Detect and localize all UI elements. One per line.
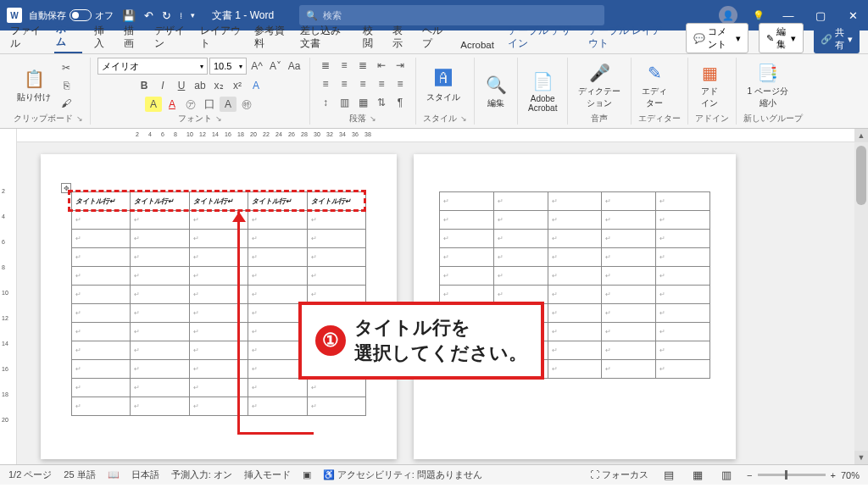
insert-mode[interactable]: 挿入モード	[244, 469, 291, 481]
acrobat-button[interactable]: 📄Adobe Acrobat	[525, 69, 560, 114]
scroll-up-icon[interactable]: ▲	[854, 129, 868, 142]
tab-file[interactable]: ファイル	[8, 21, 44, 53]
launcher-icon[interactable]: ↘	[460, 114, 467, 123]
justify-icon[interactable]: ≡	[373, 76, 390, 92]
launcher-icon[interactable]: ↘	[76, 114, 83, 123]
change-case-icon[interactable]: Aa	[286, 58, 303, 74]
undo-icon[interactable]: ↶	[144, 9, 153, 22]
scroll-track[interactable]	[854, 142, 868, 451]
phonetic-icon[interactable]: ㋐	[182, 97, 199, 112]
zoom-slider[interactable]	[758, 474, 826, 476]
shrink-page-button[interactable]: 📑1 ページ分 縮小	[743, 60, 791, 111]
horizontal-ruler[interactable]: 2468101214161820222426283032343638	[17, 129, 854, 142]
styles-button[interactable]: 🅰スタイル	[423, 66, 464, 105]
language-indicator[interactable]: 日本語	[131, 469, 159, 481]
superscript-icon[interactable]: x²	[229, 78, 246, 93]
accessibility-status[interactable]: ♿ アクセシビリティ: 問題ありません	[323, 469, 482, 481]
word-count[interactable]: 25 単語	[64, 469, 95, 481]
bullets-icon[interactable]: ≣	[317, 58, 334, 73]
tab-help[interactable]: ヘルプ	[420, 21, 448, 53]
paste-button[interactable]: 📋貼り付け	[14, 66, 54, 105]
help-icon[interactable]: 💡	[753, 10, 765, 21]
tab-design[interactable]: デザイン	[153, 21, 188, 53]
spell-check-icon[interactable]: 📖	[108, 469, 120, 480]
scroll-thumb[interactable]	[856, 146, 866, 205]
launcher-icon[interactable]: ↘	[215, 114, 222, 123]
tab-acrobat[interactable]: Acrobat	[459, 36, 496, 53]
comments-button[interactable]: 💬 コメント ▾	[686, 23, 748, 53]
cut-icon[interactable]: ✂	[58, 60, 75, 75]
editor-button[interactable]: ✎エディ ター	[638, 60, 670, 111]
read-mode-icon[interactable]: ▦	[689, 469, 706, 481]
italic-icon[interactable]: I	[154, 78, 171, 93]
zoom-value[interactable]: 70%	[841, 470, 860, 480]
shading-icon[interactable]: ▥	[336, 95, 353, 110]
print-layout-icon[interactable]: ▤	[660, 469, 677, 481]
sort-icon[interactable]: ⇅	[373, 95, 390, 110]
qat-more-icon[interactable]: ⁞	[180, 11, 182, 20]
bold-icon[interactable]: B	[136, 78, 153, 93]
highlight-icon[interactable]: A	[145, 97, 162, 112]
minimize-button[interactable]: —	[780, 9, 797, 22]
maximize-button[interactable]: ▢	[812, 9, 829, 22]
font-size-combo[interactable]: 10.5▾	[209, 58, 247, 75]
tab-draw[interactable]: 描画	[122, 21, 142, 53]
web-layout-icon[interactable]: ▥	[718, 469, 735, 481]
redo-icon[interactable]: ↻	[162, 9, 171, 22]
save-icon[interactable]: 💾	[122, 9, 136, 22]
user-avatar-icon[interactable]: 👤	[719, 6, 737, 25]
underline-icon[interactable]: U	[173, 78, 190, 93]
char-border-icon[interactable]: 囗	[201, 97, 218, 112]
document-canvas[interactable]: 2468101214161820222426283032343638 ✥ タイト…	[17, 129, 854, 464]
close-button[interactable]: ✕	[844, 9, 861, 22]
copy-icon[interactable]: ⎘	[58, 78, 75, 93]
distributed-icon[interactable]: ≡	[392, 76, 409, 92]
tab-review[interactable]: 校閲	[361, 21, 381, 53]
tab-references[interactable]: 参考資料	[253, 21, 288, 53]
vertical-ruler[interactable]: 2468101214161820	[0, 129, 17, 464]
numbering-icon[interactable]: ≡	[336, 58, 353, 73]
tab-view[interactable]: 表示	[391, 21, 410, 53]
line-spacing-icon[interactable]: ↕	[317, 95, 334, 110]
vertical-scrollbar[interactable]: ▲ ▼	[854, 129, 868, 464]
macro-icon[interactable]: ▣	[303, 469, 311, 480]
zoom-control[interactable]: − + 70%	[747, 470, 860, 480]
share-button[interactable]: 🔗 共有 ▾	[814, 25, 860, 53]
tab-table-layout[interactable]: テーブル レイアウト	[587, 21, 665, 53]
zoom-in-icon[interactable]: +	[831, 470, 836, 480]
text-effects-icon[interactable]: A	[248, 78, 264, 93]
tab-mailings[interactable]: 差し込み文書	[298, 21, 351, 53]
font-family-combo[interactable]: メイリオ▾	[97, 58, 208, 75]
zoom-out-icon[interactable]: −	[747, 470, 752, 480]
char-shading-icon[interactable]: A	[220, 97, 236, 112]
table-move-handle-icon[interactable]: ✥	[61, 183, 71, 193]
decrease-indent-icon[interactable]: ⇤	[373, 58, 390, 73]
editing-mode-button[interactable]: ✎ 編集 ▾	[759, 23, 803, 53]
align-right-icon[interactable]: ≡	[354, 76, 371, 92]
strike-icon[interactable]: ab	[192, 78, 209, 93]
editing-button[interactable]: 🔍編集	[481, 72, 510, 111]
format-painter-icon[interactable]: 🖌	[58, 96, 75, 111]
focus-mode[interactable]: ⛶ フォーカス	[590, 469, 648, 481]
addins-button[interactable]: ▦アド イン	[695, 60, 724, 111]
increase-indent-icon[interactable]: ⇥	[392, 58, 409, 73]
align-left-icon[interactable]: ≡	[317, 76, 334, 92]
tab-insert[interactable]: 挿入	[92, 21, 112, 53]
shrink-font-icon[interactable]: A˅	[267, 58, 284, 74]
qat-dropdown-icon[interactable]: ▾	[191, 11, 195, 19]
predictive-input[interactable]: 予測入力: オン	[171, 469, 232, 481]
align-center-icon[interactable]: ≡	[336, 76, 353, 92]
show-marks-icon[interactable]: ¶	[392, 95, 409, 110]
tab-layout[interactable]: レイアウト	[198, 21, 242, 53]
borders-icon[interactable]: ▦	[354, 95, 371, 110]
tab-home[interactable]: ホーム	[54, 19, 82, 53]
enclose-char-icon[interactable]: ㊕	[238, 97, 255, 112]
page-indicator[interactable]: 1/2 ページ	[8, 469, 52, 481]
grow-font-icon[interactable]: A^	[248, 58, 265, 74]
launcher-icon[interactable]: ↘	[370, 114, 376, 123]
subscript-icon[interactable]: x₂	[210, 78, 227, 93]
dictate-button[interactable]: 🎤ディクテー ション	[575, 60, 624, 111]
scroll-down-icon[interactable]: ▼	[854, 451, 868, 464]
tab-table-design[interactable]: テーブル デザイン	[506, 21, 576, 53]
font-color-icon[interactable]: A	[164, 97, 181, 112]
